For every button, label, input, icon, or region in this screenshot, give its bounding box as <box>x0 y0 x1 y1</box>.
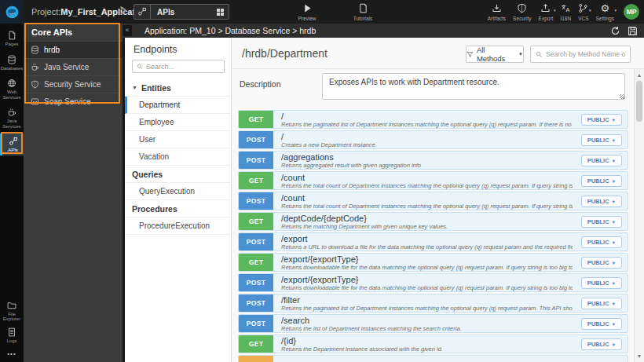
endpoints-group-entities[interactable]: ▼Entities <box>125 79 231 97</box>
visibility-badge[interactable]: PUBLIC▼ <box>581 338 622 350</box>
api-row[interactable]: POST/searchReturns the list of Departmen… <box>238 314 628 333</box>
endpoint-item-label: Employee <box>139 118 174 126</box>
save-icon[interactable] <box>628 25 638 35</box>
api-row[interactable]: GET/export/{exportType}Returns downloada… <box>238 253 628 272</box>
sidebar-item-web-services[interactable]: Web Services <box>0 75 24 102</box>
refresh-icon[interactable] <box>610 25 620 35</box>
api-row[interactable]: GET/{id}Returns the Department instance … <box>238 335 628 353</box>
sidebar-item-logs[interactable]: Logs <box>0 324 24 346</box>
api-row[interactable]: GET/Returns the paginated list of Depart… <box>238 110 628 129</box>
endpoints-search[interactable] <box>132 60 225 73</box>
methods-filter-dropdown[interactable]: All Methods ▼ <box>466 46 524 63</box>
visibility-badge[interactable]: PUBLIC▼ <box>581 196 622 207</box>
sidebar-item-label: File Explorer <box>0 312 24 322</box>
endpoints-group-queries[interactable]: Queries <box>125 166 231 183</box>
tutorials-icon <box>358 3 368 14</box>
visibility-badge[interactable]: PUBLIC▼ <box>581 114 622 126</box>
soap-icon <box>31 97 39 106</box>
visibility-badge[interactable]: PUBLIC▼ <box>581 257 622 269</box>
breadcrumb-bar: « Application: PM_10 > Database Service … <box>123 24 644 38</box>
preview-button[interactable]: Preview <box>291 2 323 21</box>
method-badge: GET <box>239 335 273 353</box>
topbar-action-vcs[interactable]: ▾VCS <box>578 3 588 21</box>
scroll-down-icon[interactable]: ▼ <box>635 351 644 361</box>
core-api-item-soap-service[interactable]: Soap Service <box>24 93 123 110</box>
endpoints-group-procedures[interactable]: Procedures <box>125 200 231 218</box>
api-row[interactable]: POST/export/{exportType}Returns download… <box>238 273 628 292</box>
endpoint-item-employee[interactable]: Employee <box>125 114 231 131</box>
visibility-badge[interactable]: PUBLIC▼ <box>581 236 622 248</box>
topbar-action-i18n[interactable]: AI18N <box>560 3 571 21</box>
api-row[interactable]: POST/filterReturns the paginated list of… <box>238 294 628 313</box>
visibility-badge[interactable]: PUBLIC▼ <box>581 318 622 330</box>
tutorials-button[interactable]: Tutorials <box>346 2 380 21</box>
visibility-label: PUBLIC <box>587 137 609 144</box>
designer-toolbar: /hrdb/Department All Methods ▼ <box>232 38 644 69</box>
visibility-badge[interactable]: PUBLIC▼ <box>581 134 622 146</box>
api-row[interactable]: POST/exportReturns a URL to download a f… <box>238 232 628 251</box>
endpoint-item-label: ProcedureExecution <box>139 221 210 230</box>
method-search[interactable] <box>530 46 631 63</box>
topbar-action-settings[interactable]: ⚙▾Settings <box>596 3 615 21</box>
api-row[interactable]: POST/aggregationsReturns aggregated resu… <box>238 151 628 170</box>
visibility-badge[interactable]: PUBLIC▼ <box>581 298 622 309</box>
vcs-icon <box>578 3 588 14</box>
topbar-action-security[interactable]: Security <box>513 3 531 21</box>
api-path: / <box>281 112 573 121</box>
resize-handle-icon[interactable] <box>620 94 624 99</box>
workspace-selector[interactable]: APIs <box>134 4 229 20</box>
api-path: /aggregations <box>281 152 421 162</box>
endpoint-item-procedureexecution[interactable]: ProcedureExecution <box>125 218 231 235</box>
app-logo[interactable] <box>0 0 24 24</box>
visibility-label: PUBLIC <box>587 280 609 287</box>
scrollbar-thumb[interactable] <box>636 81 642 122</box>
user-avatar[interactable]: MP <box>624 4 639 20</box>
api-path: /deptCode/{deptCode} <box>281 214 448 223</box>
collapse-panel-button[interactable]: « <box>123 25 132 36</box>
core-api-item-hrdb[interactable]: hrdb <box>24 41 123 58</box>
visibility-badge[interactable]: PUBLIC▼ <box>581 155 622 166</box>
panel-splitter[interactable] <box>123 38 125 362</box>
api-description: Returns a URL to download a file for the… <box>281 243 573 250</box>
topbar-action-export[interactable]: ▾Export <box>539 3 554 21</box>
sidebar-item-file-explorer[interactable]: File Explorer <box>0 298 24 324</box>
endpoint-item-vacation[interactable]: Vacation <box>125 148 231 166</box>
endpoint-item-queryexecution[interactable]: QueryExecution <box>125 183 231 200</box>
sidebar-item-apis[interactable]: APIs <box>0 133 24 155</box>
description-textarea[interactable]: Exposes APIs to work with Department res… <box>322 73 625 100</box>
method-badge: POST <box>239 294 273 312</box>
endpoints-group-label: Procedures <box>132 204 177 214</box>
topbar-action-label: Settings <box>596 16 615 21</box>
api-row[interactable] <box>238 355 628 362</box>
core-api-item-label: Soap Service <box>44 97 90 106</box>
scroll-up-icon[interactable]: ▲ <box>635 70 644 80</box>
api-row[interactable]: POST/countReturns the total count of Dep… <box>238 192 628 210</box>
endpoint-item-user[interactable]: User <box>125 131 231 148</box>
project-label: Project:My_First_Application <box>31 0 148 24</box>
sidebar-item-databases[interactable]: Databases <box>0 52 24 74</box>
sidebar-item-java-services[interactable]: Java Services <box>0 104 24 131</box>
api-row[interactable]: POST/Creates a new Department instance.P… <box>238 130 628 149</box>
svg-text:A: A <box>565 6 569 13</box>
api-row[interactable]: GET/countReturns the total count of Depa… <box>238 171 628 190</box>
sidebar-item-label: Logs <box>6 338 16 344</box>
endpoint-item-department[interactable]: Department <box>125 97 231 114</box>
sidebar-more-button[interactable]: ••• <box>0 346 24 362</box>
core-api-item-java-service[interactable]: Java Service <box>24 58 123 75</box>
method-badge: GET <box>239 111 273 128</box>
method-badge <box>239 356 273 362</box>
caret-down-icon: ▼ <box>612 240 616 245</box>
topbar-action-artifacts[interactable]: Artifacts <box>488 3 506 21</box>
method-badge: POST <box>239 152 273 169</box>
endpoint-item-label: User <box>139 135 156 144</box>
sidebar-item-pages[interactable]: Pages <box>0 27 24 49</box>
core-api-item-security-service[interactable]: Security Service <box>24 75 123 93</box>
vertical-scrollbar[interactable]: ▲ ▼ <box>634 69 644 362</box>
endpoints-search-input[interactable] <box>143 63 220 71</box>
visibility-badge[interactable]: PUBLIC▼ <box>581 175 622 187</box>
visibility-badge[interactable]: PUBLIC▼ <box>581 216 622 228</box>
method-search-input[interactable] <box>543 50 625 58</box>
api-row[interactable]: GET/deptCode/{deptCode}Returns the match… <box>238 212 628 231</box>
visibility-badge[interactable]: PUBLIC▼ <box>581 277 622 289</box>
api-row-text: /countReturns the total count of Departm… <box>273 192 628 210</box>
